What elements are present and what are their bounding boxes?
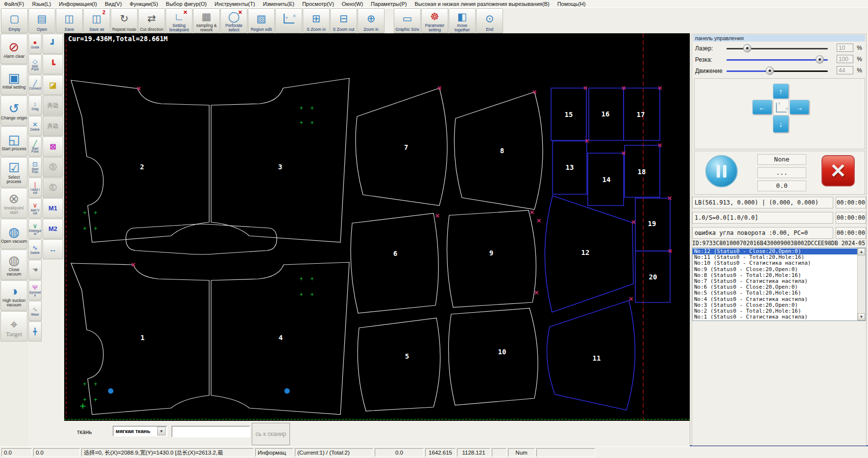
pattern-piece-band[interactable] — [126, 224, 277, 254]
tool-start-point-button[interactable]: ╱Start Point — [28, 137, 42, 157]
sidebar-alarm-clear-button[interactable]: ⊘Alarm clear — [0, 34, 27, 64]
tool-guide-button[interactable]: ●Guide — [28, 34, 42, 54]
tool-delete-2-button[interactable]: ∿Delete — [28, 239, 42, 259]
perforate-select-button[interactable]: ◯✕Perforate select — [220, 8, 247, 33]
menu-item-6[interactable]: Инструменты(T) — [211, 1, 259, 7]
pattern-piece-5[interactable] — [358, 318, 440, 411]
tool-distinguish-button[interactable]: ∨Distinguisl — [28, 219, 42, 239]
menu-item-3[interactable]: Вид(V) — [101, 1, 126, 7]
job-list-item[interactable]: No:10 (Status0 - Статистика настила) — [693, 260, 858, 266]
jog-down-button[interactable]: ↓ — [773, 115, 789, 133]
jog-left-button[interactable]: ← — [752, 100, 772, 114]
movement-slider-track[interactable] — [726, 70, 828, 72]
zoom-in-button[interactable]: ⊕Zoom in — [358, 8, 385, 33]
tool-shared-edge-2-button[interactable]: 共边 — [43, 116, 63, 136]
tool-level-point-button[interactable]: ┗ — [43, 54, 63, 74]
pattern-piece-9[interactable] — [447, 210, 536, 307]
menu-item-4[interactable]: Функции(S) — [126, 1, 162, 7]
sidebar-target-button[interactable]: ⌖Target — [0, 311, 27, 342]
sidebar-initial-setting-button[interactable]: ▣Initial setting — [0, 65, 27, 95]
move-together-button[interactable]: ◧move together — [449, 8, 476, 33]
cutting-slider-thumb[interactable] — [816, 55, 824, 64]
cut-direction-button[interactable]: ⇄Cut direction — [138, 8, 165, 33]
sidebar-breakpoint-start-button[interactable]: ⊗breakpoint start — [0, 188, 27, 218]
cutting-slider-track[interactable] — [726, 59, 828, 61]
empty-button[interactable]: ▢Empty — [1, 8, 28, 33]
sidebar-close-vacuum-button[interactable]: ◍Close vacuum — [0, 250, 27, 280]
tool-e-repeat-knife-button[interactable]: Ⓔ — [43, 178, 63, 198]
menu-item-10[interactable]: Параметры(P) — [367, 1, 410, 7]
menu-item-5[interactable]: Выбор фигур(O) — [162, 1, 211, 7]
menu-item-0[interactable]: Файл(F) — [0, 1, 28, 7]
tool-wave-button[interactable]: ∿Wave — [28, 301, 42, 321]
menu-item-1[interactable]: Язык(L) — [28, 1, 55, 7]
pattern-piece-8[interactable] — [454, 92, 543, 209]
job-list-item[interactable]: No:1 (Status0 - Статистика настила) — [693, 314, 858, 320]
open-button[interactable]: ▤Open — [28, 8, 55, 33]
jog-up-button[interactable]: ↑ — [773, 84, 789, 99]
pattern-piece-10[interactable] — [449, 308, 538, 405]
pause-button[interactable] — [705, 155, 738, 187]
tool-move-dashed-button[interactable]: ↔ — [43, 239, 63, 259]
sampling-rework-button[interactable]: ▦sampling & rework — [193, 8, 220, 33]
tool-shared-edge-1-button[interactable]: 共边 — [43, 95, 63, 115]
scan-button[interactable]: сь к сканир — [252, 423, 290, 445]
s-zoom-in-button[interactable]: ⊞S Zoom in — [303, 8, 330, 33]
tool-drag-button[interactable]: ↕Drag — [28, 95, 42, 115]
repeat-route-button[interactable]: ↻Repeat route — [111, 8, 138, 33]
chevron-down-icon[interactable]: ▼ — [157, 427, 166, 435]
menu-item-12[interactable]: Помощь(H) — [554, 1, 590, 7]
sidebar-start-process-button[interactable]: ◱Start process — [0, 126, 27, 157]
menu-item-11[interactable]: Высокая и низкая линия разложения вырезы… — [410, 1, 553, 7]
tool-corner-point-button[interactable]: ┛ — [43, 34, 63, 54]
save-button[interactable]: ◫Save — [56, 8, 83, 33]
pattern-piece-7[interactable] — [356, 88, 447, 206]
graphic-size-button[interactable]: ▭Graphic Size — [394, 8, 421, 33]
sidebar-select-process-button[interactable]: ☑Select process — [0, 157, 27, 187]
scroll-up-icon[interactable]: ▲ — [858, 248, 865, 255]
movement-slider-thumb[interactable] — [766, 67, 774, 75]
tool-m2-button[interactable]: M2 — [43, 219, 63, 239]
tool-start-point-2-button[interactable]: ⊡Start Poin — [28, 157, 42, 177]
jog-right-button[interactable]: → — [790, 100, 809, 114]
sidebar-change-origin-button[interactable]: ↺Change origin — [0, 95, 27, 126]
axis-button[interactable]: YX — [275, 8, 302, 33]
end-button[interactable]: ⊙End — [476, 8, 503, 33]
pattern-canvas-svg[interactable]: 2314786951015161713141819201211×××××××××… — [64, 33, 690, 421]
menu-item-2[interactable]: Информация(I) — [55, 1, 101, 7]
sidebar-open-vacuum-button[interactable]: ◍Open vacuum — [0, 219, 27, 249]
job-list-item[interactable]: No:9 (Status0 - Close:20,Open:0) — [693, 267, 858, 273]
pattern-piece-2[interactable] — [71, 80, 209, 242]
drawing-canvas[interactable]: 2314786951015161713141819201211×××××××××… — [64, 33, 692, 421]
tool-add-v-cut-button[interactable]: ∨Add V cut — [28, 198, 42, 218]
menu-item-9[interactable]: Окно(W) — [338, 1, 367, 7]
tool-s-repeat-knife-button[interactable]: Ⓢ — [43, 157, 63, 177]
pattern-piece-6[interactable] — [351, 213, 438, 313]
tool-hand-button[interactable]: ☚ — [28, 260, 42, 280]
tool-move-cross-button[interactable]: ╋ — [28, 321, 42, 342]
fabric-input[interactable] — [171, 426, 250, 437]
laser-slider-track[interactable] — [726, 48, 828, 49]
tool-symmetry-button[interactable]: ΨSymmetri — [28, 280, 42, 300]
tool-connect-button[interactable]: ╱Connect — [28, 75, 42, 95]
pattern-piece-3[interactable] — [211, 78, 349, 242]
tool-se-point-button[interactable]: ◇S&E Point — [28, 54, 42, 74]
tool-eraser-button[interactable]: ◪ — [43, 75, 63, 95]
parameter-setting-button[interactable]: ☸Parameter setting — [421, 8, 448, 33]
scroll-down-icon[interactable]: ▼ — [858, 313, 865, 321]
s-zoom-out-button[interactable]: ⊟S Zoom out — [330, 8, 357, 33]
laser-slider-thumb[interactable] — [743, 44, 751, 52]
stop-button[interactable]: ✕ — [821, 155, 855, 186]
tool-delete-button[interactable]: ✕Delete — [28, 116, 42, 136]
tool-multi-mark-button[interactable]: ⊠ — [43, 137, 63, 157]
job-list-item[interactable]: No:5 (Status0 - Total:20,Hole:16) — [693, 290, 858, 296]
job-list-scrollbar[interactable]: ▲ ▼ — [857, 248, 866, 321]
region-edit-button[interactable]: ▨Region edit — [248, 8, 275, 33]
job-list[interactable]: No:12 (Status0 - Close:20,Open:0)No:11 (… — [692, 248, 866, 321]
menu-item-8[interactable]: Просмотр(V) — [298, 1, 338, 7]
menu-item-7[interactable]: Изменить(E) — [259, 1, 298, 7]
tool-m1-button[interactable]: M1 — [43, 198, 63, 218]
save-as-button[interactable]: ◫2Save as — [83, 8, 110, 33]
setting-breakpoint-button[interactable]: ∟✕Setting breakpoint — [166, 8, 193, 33]
tool-add-i-cut-button[interactable]: ∣t Add I cut — [28, 178, 42, 198]
